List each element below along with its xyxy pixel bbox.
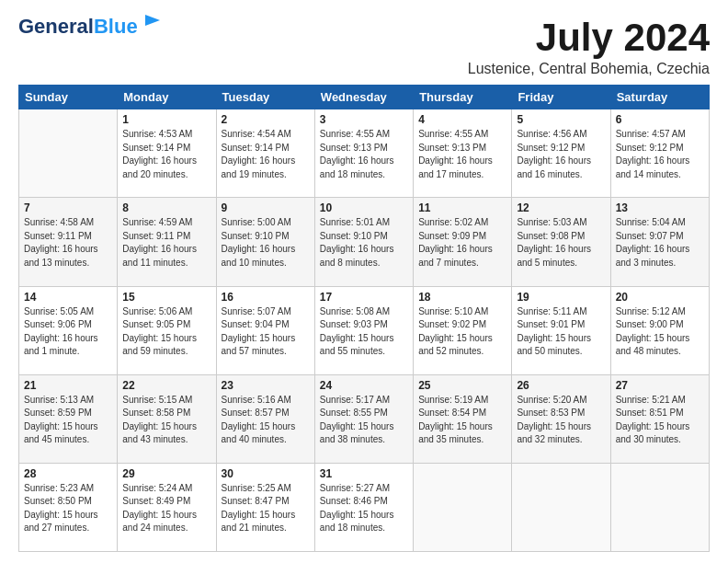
day-info: Sunrise: 5:23 AM Sunset: 8:50 PM Dayligh…: [24, 482, 112, 535]
calendar-week-3: 14Sunrise: 5:05 AM Sunset: 9:06 PM Dayli…: [19, 286, 710, 374]
day-info: Sunrise: 4:53 AM Sunset: 9:14 PM Dayligh…: [122, 128, 210, 181]
day-info: Sunrise: 5:19 AM Sunset: 8:54 PM Dayligh…: [418, 394, 506, 447]
logo-flag-icon: [142, 13, 162, 33]
calendar-cell: 20Sunrise: 5:12 AM Sunset: 9:00 PM Dayli…: [610, 286, 709, 374]
calendar-cell: 25Sunrise: 5:19 AM Sunset: 8:54 PM Dayli…: [414, 374, 512, 463]
day-number: 17: [320, 291, 408, 304]
weekday-header-thursday: Thursday: [414, 86, 512, 109]
calendar-body: 1Sunrise: 4:53 AM Sunset: 9:14 PM Daylig…: [19, 109, 710, 552]
logo-general: General: [18, 15, 94, 38]
day-info: Sunrise: 5:20 AM Sunset: 8:53 PM Dayligh…: [517, 394, 605, 447]
location: Lustenice, Central Bohemia, Czechia: [468, 61, 710, 77]
calendar-cell: 7Sunrise: 4:58 AM Sunset: 9:11 PM Daylig…: [19, 198, 118, 286]
day-number: 6: [616, 113, 704, 126]
day-number: 19: [517, 291, 605, 304]
calendar-cell: 24Sunrise: 5:17 AM Sunset: 8:55 PM Dayli…: [314, 374, 413, 463]
calendar-cell: 3Sunrise: 4:55 AM Sunset: 9:13 PM Daylig…: [314, 109, 413, 198]
day-number: 12: [517, 201, 605, 214]
day-number: 21: [24, 379, 112, 392]
day-number: 20: [616, 291, 704, 304]
day-number: 7: [24, 201, 112, 214]
day-info: Sunrise: 4:56 AM Sunset: 9:12 PM Dayligh…: [517, 128, 605, 181]
day-info: Sunrise: 4:55 AM Sunset: 9:13 PM Dayligh…: [320, 128, 408, 181]
calendar-cell: [512, 463, 610, 551]
day-info: Sunrise: 5:05 AM Sunset: 9:06 PM Dayligh…: [24, 305, 112, 359]
calendar-cell: 1Sunrise: 4:53 AM Sunset: 9:14 PM Daylig…: [118, 109, 216, 198]
logo-blue: Blue: [94, 15, 138, 38]
calendar-cell: 17Sunrise: 5:08 AM Sunset: 9:03 PM Dayli…: [314, 286, 413, 374]
day-number: 26: [517, 379, 605, 392]
day-info: Sunrise: 5:16 AM Sunset: 8:57 PM Dayligh…: [222, 394, 310, 447]
calendar-cell: 2Sunrise: 4:54 AM Sunset: 9:14 PM Daylig…: [216, 109, 314, 198]
day-info: Sunrise: 5:11 AM Sunset: 9:01 PM Dayligh…: [517, 305, 605, 359]
day-number: 9: [222, 201, 310, 214]
page: GeneralBlue July 2024 Lustenice, Central…: [0, 0, 728, 563]
day-number: 27: [616, 379, 704, 392]
weekday-header-friday: Friday: [512, 86, 610, 109]
day-number: 14: [24, 291, 112, 304]
calendar-table: SundayMondayTuesdayWednesdayThursdayFrid…: [18, 85, 710, 552]
day-info: Sunrise: 5:06 AM Sunset: 9:05 PM Dayligh…: [122, 305, 210, 359]
day-number: 30: [222, 467, 310, 480]
day-info: Sunrise: 5:01 AM Sunset: 9:10 PM Dayligh…: [320, 216, 408, 270]
day-number: 2: [222, 113, 310, 126]
calendar-cell: [610, 463, 709, 551]
day-number: 18: [418, 291, 506, 304]
calendar-cell: 6Sunrise: 4:57 AM Sunset: 9:12 PM Daylig…: [610, 109, 709, 198]
day-number: 11: [418, 201, 506, 214]
calendar-cell: 5Sunrise: 4:56 AM Sunset: 9:12 PM Daylig…: [512, 109, 610, 198]
calendar-cell: 30Sunrise: 5:25 AM Sunset: 8:47 PM Dayli…: [216, 463, 314, 551]
day-info: Sunrise: 5:07 AM Sunset: 9:04 PM Dayligh…: [222, 305, 310, 359]
day-info: Sunrise: 5:21 AM Sunset: 8:51 PM Dayligh…: [616, 394, 704, 447]
calendar-cell: 9Sunrise: 5:00 AM Sunset: 9:10 PM Daylig…: [216, 198, 314, 286]
day-number: 1: [122, 113, 210, 126]
day-number: 22: [122, 379, 210, 392]
calendar-cell: 12Sunrise: 5:03 AM Sunset: 9:08 PM Dayli…: [512, 198, 610, 286]
day-info: Sunrise: 5:15 AM Sunset: 8:58 PM Dayligh…: [122, 394, 210, 447]
day-number: 10: [320, 201, 408, 214]
calendar-cell: 13Sunrise: 5:04 AM Sunset: 9:07 PM Dayli…: [610, 198, 709, 286]
day-number: 25: [418, 379, 506, 392]
header: GeneralBlue July 2024 Lustenice, Central…: [18, 17, 710, 77]
day-number: 29: [122, 467, 210, 480]
day-number: 28: [24, 467, 112, 480]
day-info: Sunrise: 5:12 AM Sunset: 9:00 PM Dayligh…: [616, 305, 704, 359]
weekday-row: SundayMondayTuesdayWednesdayThursdayFrid…: [19, 86, 710, 109]
weekday-header-sunday: Sunday: [19, 86, 118, 109]
calendar-week-2: 7Sunrise: 4:58 AM Sunset: 9:11 PM Daylig…: [19, 198, 710, 286]
day-info: Sunrise: 5:04 AM Sunset: 9:07 PM Dayligh…: [616, 216, 704, 270]
calendar-cell: 22Sunrise: 5:15 AM Sunset: 8:58 PM Dayli…: [118, 374, 216, 463]
day-number: 4: [418, 113, 506, 126]
calendar-cell: 31Sunrise: 5:27 AM Sunset: 8:46 PM Dayli…: [314, 463, 413, 551]
calendar-cell: [414, 463, 512, 551]
month-title: July 2024: [468, 17, 710, 59]
day-info: Sunrise: 4:54 AM Sunset: 9:14 PM Dayligh…: [222, 128, 310, 181]
calendar-cell: 29Sunrise: 5:24 AM Sunset: 8:49 PM Dayli…: [118, 463, 216, 551]
logo: GeneralBlue: [18, 17, 162, 37]
day-info: Sunrise: 5:17 AM Sunset: 8:55 PM Dayligh…: [320, 394, 408, 447]
day-info: Sunrise: 5:08 AM Sunset: 9:03 PM Dayligh…: [320, 305, 408, 359]
day-info: Sunrise: 5:03 AM Sunset: 9:08 PM Dayligh…: [517, 216, 605, 270]
calendar-cell: 4Sunrise: 4:55 AM Sunset: 9:13 PM Daylig…: [414, 109, 512, 198]
weekday-header-saturday: Saturday: [610, 86, 709, 109]
calendar-cell: 8Sunrise: 4:59 AM Sunset: 9:11 PM Daylig…: [118, 198, 216, 286]
day-info: Sunrise: 4:55 AM Sunset: 9:13 PM Dayligh…: [418, 128, 506, 181]
day-info: Sunrise: 4:58 AM Sunset: 9:11 PM Dayligh…: [24, 216, 112, 270]
day-info: Sunrise: 4:59 AM Sunset: 9:11 PM Dayligh…: [122, 216, 210, 270]
day-number: 8: [122, 201, 210, 214]
day-info: Sunrise: 5:13 AM Sunset: 8:59 PM Dayligh…: [24, 394, 112, 447]
weekday-header-wednesday: Wednesday: [314, 86, 413, 109]
calendar-cell: 14Sunrise: 5:05 AM Sunset: 9:06 PM Dayli…: [19, 286, 118, 374]
day-info: Sunrise: 5:02 AM Sunset: 9:09 PM Dayligh…: [418, 216, 506, 270]
calendar-cell: 10Sunrise: 5:01 AM Sunset: 9:10 PM Dayli…: [314, 198, 413, 286]
svg-marker-0: [145, 15, 160, 26]
weekday-header-tuesday: Tuesday: [216, 86, 314, 109]
calendar-cell: 26Sunrise: 5:20 AM Sunset: 8:53 PM Dayli…: [512, 374, 610, 463]
logo-text: GeneralBlue: [18, 17, 138, 37]
day-info: Sunrise: 5:10 AM Sunset: 9:02 PM Dayligh…: [418, 305, 506, 359]
day-number: 15: [122, 291, 210, 304]
calendar-cell: 21Sunrise: 5:13 AM Sunset: 8:59 PM Dayli…: [19, 374, 118, 463]
calendar-week-1: 1Sunrise: 4:53 AM Sunset: 9:14 PM Daylig…: [19, 109, 710, 198]
day-number: 5: [517, 113, 605, 126]
day-number: 24: [320, 379, 408, 392]
